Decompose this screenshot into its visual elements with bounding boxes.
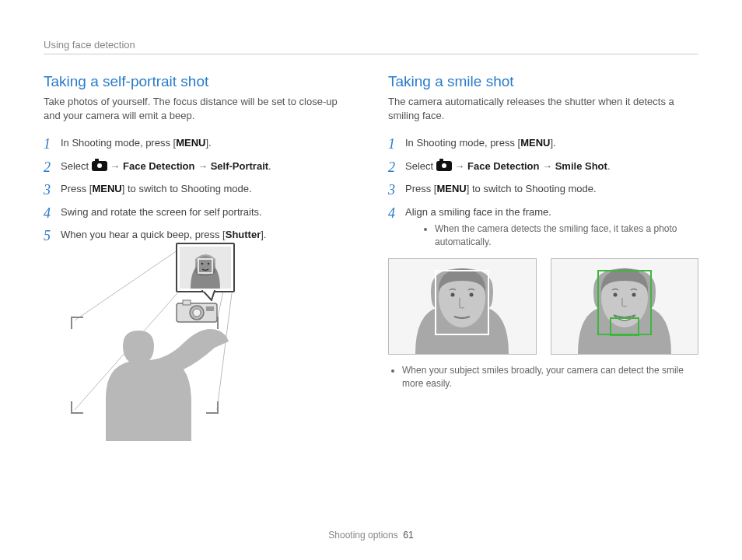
right-bullet-2: When your subject smiles broadly, your c…	[402, 364, 698, 390]
right-step-3: Press [MENU] to switch to Shooting mode.	[388, 181, 698, 197]
left-title: Taking a self-portrait shot	[44, 73, 354, 90]
person-silhouette	[75, 293, 238, 441]
left-step-4: Swing and rotate the screen for self por…	[44, 205, 354, 220]
left-step-5: When you hear a quick beep, press [Shutt…	[44, 227, 354, 243]
right-step-2: Select → Face Detection → Smile Shot.	[388, 159, 698, 174]
menu-label: MENU	[92, 183, 121, 194]
left-lead: Take photos of yourself. The focus dista…	[44, 95, 354, 123]
breadcrumb-header: Using face detection	[44, 39, 698, 54]
smile-detection-images	[388, 258, 698, 355]
menu-label: MENU	[436, 183, 466, 194]
smile-detect-frame	[610, 317, 639, 336]
menu-label: MENU	[520, 137, 550, 149]
right-step-1: In Shooting mode, press [MENU].	[388, 135, 698, 151]
svg-point-7	[208, 263, 210, 265]
right-bullet-1: When the camera detects the smiling face…	[435, 222, 698, 249]
page-footer: Shooting options 61	[0, 530, 742, 541]
self-portrait-illustration	[59, 250, 261, 441]
right-lead: The camera automatically releases the sh…	[388, 95, 698, 123]
smile-box-neutral	[388, 258, 537, 355]
smile-box-smiling	[551, 258, 699, 355]
left-column: Taking a self-portrait shot Take photos …	[44, 73, 354, 441]
camera-icon	[436, 161, 452, 171]
face-detect-frame	[435, 270, 489, 335]
right-title: Taking a smile shot	[388, 73, 698, 90]
camera-icon	[92, 161, 107, 171]
left-step-3: Press [MENU] to switch to Shooting mode.	[44, 181, 354, 197]
svg-point-6	[201, 263, 204, 265]
face-preview-bubble	[176, 243, 235, 292]
right-column: Taking a smile shot The camera automatic…	[388, 73, 698, 441]
left-step-1: In Shooting mode, press [MENU].	[44, 135, 354, 151]
right-step-4: Align a smiling face in the frame. When …	[388, 205, 698, 249]
left-step-2: Select → Face Detection → Self-Portrait.	[44, 159, 354, 174]
menu-label: MENU	[176, 137, 205, 149]
